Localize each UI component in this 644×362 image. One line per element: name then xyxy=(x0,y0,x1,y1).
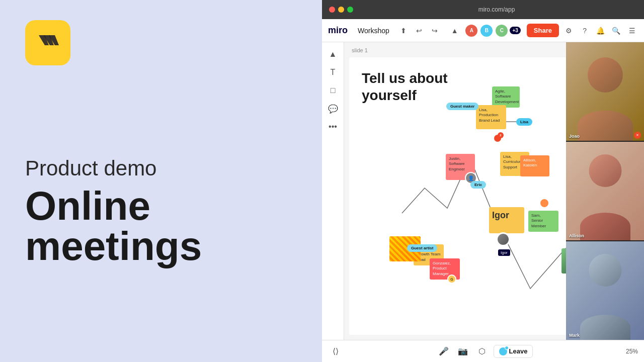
text-tool[interactable]: T xyxy=(325,64,341,80)
zoom-level: 25% xyxy=(626,348,638,355)
igor-name-tag: Igor xyxy=(498,249,510,256)
slide-label: slide 1 xyxy=(352,47,368,53)
user-avatar-red: 2 xyxy=(493,134,502,143)
browser-chrome: miro.com/app xyxy=(322,0,644,19)
mic-button[interactable]: 🎤 xyxy=(436,344,451,359)
undo-button[interactable]: ↩ xyxy=(413,24,425,38)
browser-url-bar[interactable]: miro.com/app xyxy=(356,6,637,13)
select-tool[interactable]: ▲ xyxy=(325,46,341,62)
more-tools[interactable]: ••• xyxy=(325,119,341,135)
sticky-note-igor: Igor xyxy=(489,207,524,233)
video-name-mark: Mark xyxy=(569,333,580,338)
miro-logo-container xyxy=(25,20,70,65)
redo-button[interactable]: ↪ xyxy=(429,24,441,38)
miro-wordmark: miro xyxy=(328,25,348,36)
help-icon[interactable]: ? xyxy=(579,24,590,38)
main-title: Online meetings xyxy=(25,186,297,266)
chip-eric: Eric xyxy=(470,181,486,189)
avatar-1: A xyxy=(464,24,478,38)
cursor-tool[interactable]: ▲ xyxy=(449,24,460,38)
sticky-tool[interactable]: □ xyxy=(325,82,341,99)
avatar-count: +3 xyxy=(510,27,520,34)
video-tile-mark: Mark xyxy=(566,241,644,340)
sticky-note-lisa-prod: Lisa,ProductionBrand Lead xyxy=(476,105,506,129)
expand-panel-button[interactable]: ⟨⟩ xyxy=(328,344,343,359)
canvas-area: ▲ T □ 💬 ••• slide 1 Tell us about yourse… xyxy=(322,42,644,340)
canvas-content[interactable]: slide 1 Tell us about yourself Agile,Sof… xyxy=(344,42,644,340)
igor-avatar xyxy=(496,232,510,246)
browser-minimize-dot[interactable] xyxy=(338,7,344,13)
promo-text: Product demo Online meetings xyxy=(25,156,297,342)
browser-maximize-dot[interactable] xyxy=(347,7,353,13)
video-tile-joao: Joao ✕ xyxy=(566,42,644,141)
search-icon[interactable]: 🔍 xyxy=(610,24,622,38)
product-demo-label: Product demo xyxy=(25,156,297,181)
chip-guest-maker: Guest maker xyxy=(446,103,478,110)
comment-tool[interactable]: 💬 xyxy=(325,101,341,117)
sticky-note-sam: Sam,SeniorMember xyxy=(528,211,558,232)
chip-lisa: Lisa xyxy=(516,118,532,126)
sticky-note-allison: Allison,Katolen xyxy=(520,155,549,176)
video-tile-allison: Allison xyxy=(566,142,644,240)
video-panel: Joao ✕ Allison Mark xyxy=(566,42,644,340)
left-tools: ▲ T □ 💬 ••• xyxy=(322,42,344,340)
miro-toolbar: miro Workshop ⬆ ↩ ↪ ▲ A B C +3 Share ⚙ ?… xyxy=(322,19,644,42)
leave-button[interactable]: Leave xyxy=(494,345,533,358)
right-panel: miro.com/app miro Workshop ⬆ ↩ ↪ ▲ A B C… xyxy=(322,0,644,362)
notifications-icon[interactable]: 🔔 xyxy=(595,24,606,38)
share-button[interactable]: Share xyxy=(527,24,559,37)
menu-icon[interactable]: ☰ xyxy=(626,24,638,38)
sticky-note-agile: Agile,SoftwareDevelopment xyxy=(492,86,520,108)
avatar-2: B xyxy=(479,24,494,38)
video-name-joao: Joao xyxy=(569,134,580,139)
mic-off-joao: ✕ xyxy=(634,132,641,139)
share-screen-button[interactable]: ⬡ xyxy=(474,344,490,359)
leave-container: Leave xyxy=(494,345,533,358)
export-button[interactable]: ⬆ xyxy=(397,24,409,38)
board-settings-icon[interactable]: ⚙ xyxy=(563,24,575,38)
bottom-bar: ⟨⟩ 🎤 📷 ⬡ Leave 25% xyxy=(322,340,644,362)
video-name-allison: Allison xyxy=(569,233,584,238)
left-panel: Product demo Online meetings xyxy=(0,0,322,362)
avatar-3: C xyxy=(495,24,509,38)
allison-avatar-marker xyxy=(539,198,549,208)
browser-close-dot[interactable] xyxy=(329,7,335,13)
camera-button[interactable]: 📷 xyxy=(455,344,470,359)
avatar-group: A B C +3 xyxy=(464,24,520,38)
chip-guest-artist: Guest artist xyxy=(407,244,437,252)
slide-title: Tell us about yourself xyxy=(362,70,452,104)
miro-logo-icon xyxy=(35,31,61,55)
board-name[interactable]: Workshop xyxy=(354,25,393,37)
gonzalez-avatar: G xyxy=(447,275,456,284)
